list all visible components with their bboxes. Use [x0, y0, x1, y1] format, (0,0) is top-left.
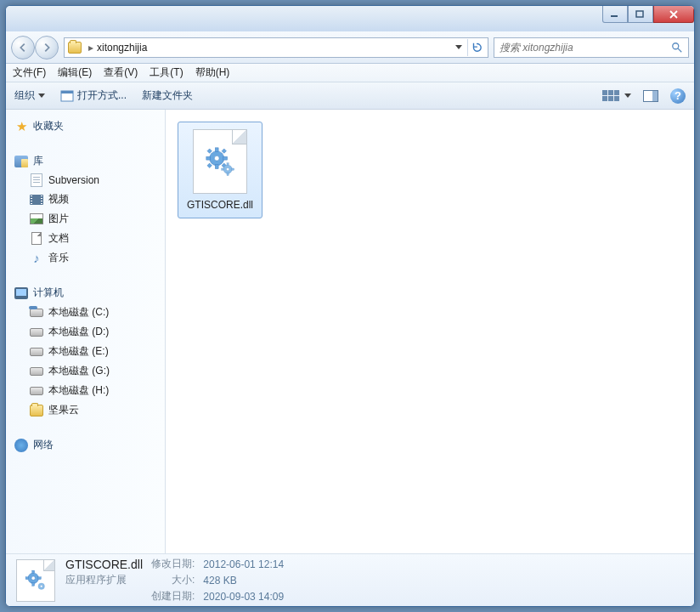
- close-button[interactable]: [653, 6, 694, 23]
- organize-button[interactable]: 组织: [14, 88, 45, 103]
- svg-rect-26: [25, 576, 28, 579]
- drive-g[interactable]: 本地磁盘 (G:): [6, 361, 165, 381]
- folder-icon: [30, 404, 43, 417]
- svg-rect-8: [215, 148, 218, 152]
- help-button[interactable]: ?: [670, 88, 686, 104]
- chevron-down-icon[interactable]: [624, 94, 631, 98]
- svg-point-23: [31, 576, 35, 580]
- details-pane: GTISCORE.dll 修改日期: 2012-06-01 12:14 应用程序…: [6, 553, 694, 606]
- menu-help[interactable]: 帮助(H): [195, 65, 230, 80]
- drive-c[interactable]: 本地磁盘 (C:): [6, 303, 165, 322]
- svg-rect-20: [222, 168, 224, 170]
- address-dropdown-icon[interactable]: [455, 45, 462, 49]
- titlebar[interactable]: [6, 6, 694, 31]
- svg-point-7: [214, 156, 219, 161]
- drive-icon: [30, 326, 43, 339]
- search-box[interactable]: [494, 37, 689, 58]
- nav-pictures[interactable]: 图片: [6, 209, 165, 229]
- library-icon: [14, 155, 28, 168]
- svg-rect-1: [636, 11, 643, 17]
- svg-rect-18: [227, 163, 229, 166]
- search-input[interactable]: [500, 42, 671, 54]
- svg-rect-11: [223, 156, 228, 160]
- address-bar[interactable]: ▸ xitongzhijia: [64, 37, 488, 58]
- document-icon: [30, 232, 43, 246]
- svg-rect-19: [227, 173, 229, 176]
- page-icon: [30, 173, 43, 187]
- libraries-header[interactable]: 库: [6, 151, 165, 171]
- drive-icon: [30, 384, 43, 398]
- details-filename: GTISCORE.dll: [65, 558, 143, 571]
- folder-icon: [68, 42, 82, 54]
- music-icon: ♪: [30, 252, 43, 265]
- content-area: ★收藏夹 库 Subversion 视频 图片 文档 ♪音乐 计算机 本地磁盘 …: [6, 110, 694, 553]
- menu-tools[interactable]: 工具(T): [150, 65, 183, 80]
- svg-rect-24: [32, 570, 35, 574]
- created-value: 2020-09-03 14:09: [203, 591, 284, 603]
- forward-button[interactable]: [35, 36, 59, 60]
- svg-point-29: [40, 585, 42, 587]
- menu-file[interactable]: 文件(F): [13, 65, 46, 80]
- minimize-button[interactable]: [602, 6, 628, 23]
- computer-header[interactable]: 计算机: [6, 283, 165, 303]
- size-value: 428 KB: [203, 575, 284, 586]
- created-label: 创建日期:: [151, 589, 195, 604]
- svg-point-17: [226, 167, 229, 170]
- file-item-selected[interactable]: GTISCORE.dll: [178, 122, 262, 218]
- search-icon[interactable]: [671, 42, 683, 54]
- favorites-header[interactable]: ★收藏夹: [6, 116, 165, 136]
- svg-rect-0: [611, 15, 618, 17]
- breadcrumb-separator-icon: ▸: [88, 42, 93, 54]
- details-filetype: 应用程序扩展: [65, 573, 143, 587]
- network-header[interactable]: 网络: [6, 435, 165, 455]
- menu-view[interactable]: 查看(V): [104, 65, 138, 80]
- modified-value: 2012-06-01 12:14: [203, 558, 284, 570]
- drive-icon: [30, 345, 43, 359]
- svg-rect-10: [206, 156, 211, 160]
- modified-label: 修改日期:: [151, 557, 195, 571]
- svg-rect-21: [232, 168, 234, 170]
- svg-rect-9: [215, 165, 218, 169]
- svg-rect-5: [61, 91, 73, 94]
- drive-icon: [30, 306, 43, 320]
- menu-edit[interactable]: 编辑(E): [58, 65, 92, 80]
- file-name-label: GTISCORE.dll: [187, 199, 253, 211]
- drive-d[interactable]: 本地磁盘 (D:): [6, 322, 165, 342]
- nav-videos[interactable]: 视频: [6, 190, 165, 209]
- nav-music[interactable]: ♪音乐: [6, 248, 165, 268]
- network-icon: [14, 439, 28, 452]
- svg-rect-27: [38, 576, 42, 579]
- menu-bar: 文件(F) 编辑(E) 查看(V) 工具(T) 帮助(H): [6, 64, 694, 82]
- nav-subversion[interactable]: Subversion: [6, 171, 165, 190]
- picture-icon: [30, 212, 43, 226]
- explorer-window: ▸ xitongzhijia 文件(F) 编辑(E) 查看(V) 工具(T) 帮…: [5, 5, 695, 607]
- dll-file-icon: [193, 129, 247, 194]
- breadcrumb[interactable]: xitongzhijia: [97, 42, 147, 54]
- window-controls: [602, 6, 694, 23]
- chevron-down-icon: [38, 94, 45, 98]
- drive-e[interactable]: 本地磁盘 (E:): [6, 342, 165, 361]
- star-icon: ★: [14, 120, 28, 133]
- preview-pane-button[interactable]: [643, 90, 658, 102]
- command-bar: 组织 打开方式... 新建文件夹 ?: [6, 82, 694, 110]
- svg-rect-25: [32, 582, 35, 586]
- open-with-button[interactable]: 打开方式...: [60, 88, 127, 103]
- new-folder-button[interactable]: 新建文件夹: [142, 88, 193, 103]
- size-label: 大小:: [151, 573, 195, 587]
- app-icon: [60, 90, 74, 102]
- drive-h[interactable]: 本地磁盘 (H:): [6, 381, 165, 400]
- file-list[interactable]: GTISCORE.dll: [166, 110, 694, 553]
- dll-file-icon: [16, 559, 55, 602]
- maximize-button[interactable]: [628, 6, 653, 23]
- svg-point-2: [673, 42, 679, 48]
- drive-icon: [30, 365, 43, 378]
- nav-documents[interactable]: 文档: [6, 229, 165, 248]
- view-options-button[interactable]: [602, 88, 621, 104]
- svg-rect-15: [207, 163, 212, 167]
- nav-jianguo[interactable]: 坚果云: [6, 400, 165, 420]
- computer-icon: [14, 286, 28, 300]
- refresh-button[interactable]: [467, 39, 484, 56]
- svg-rect-12: [207, 149, 212, 153]
- back-button[interactable]: [11, 36, 35, 60]
- navigation-bar: ▸ xitongzhijia: [6, 31, 694, 64]
